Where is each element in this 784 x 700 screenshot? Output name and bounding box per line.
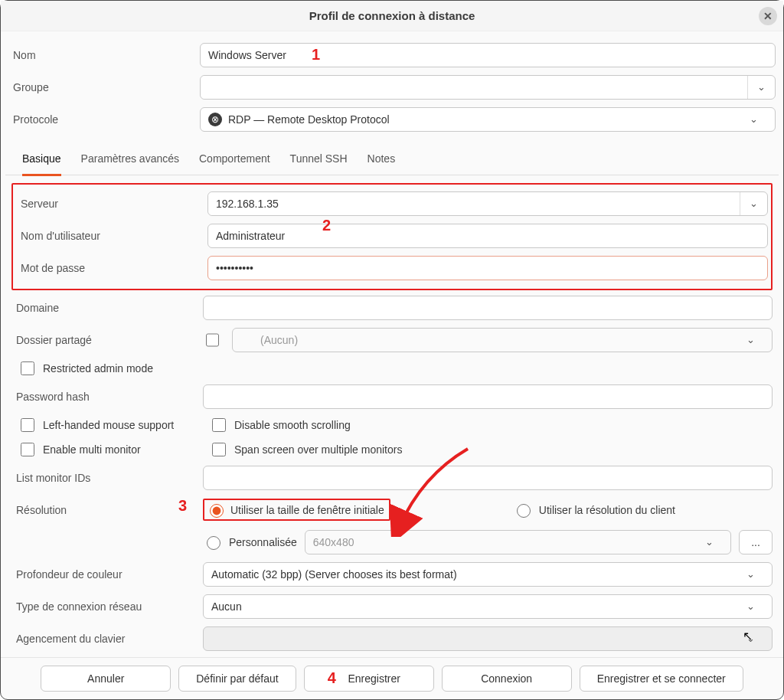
rdp-icon: ⊗ [208,113,222,126]
shared-folder-placeholder: (Aucun) [240,334,737,346]
chevron-down-icon[interactable]: ⌄ [695,531,723,554]
save-button[interactable]: 4 Enregistrer [304,666,434,692]
domain-label: Domaine [11,302,203,314]
footer: Annuler Définir par défaut 4 Enregistrer… [1,657,783,699]
shared-folder-checkbox[interactable] [206,333,219,347]
tab-parametres-avances[interactable]: Paramètres avancés [81,146,179,175]
server-combo[interactable]: ⌄ [207,191,768,216]
password-label: Mot de passe [16,262,207,274]
restricted-admin-label: Restricted admin mode [43,362,153,375]
tab-comportement[interactable]: Comportement [199,146,270,175]
tabbar: Basique Paramètres avancés Comportement … [5,139,779,175]
group-label: Groupe [8,81,200,93]
password-input[interactable] [207,256,768,280]
connect-button[interactable]: Connexion [442,666,572,692]
highlight-box-credentials: Serveur ⌄ 2 Nom d'utilisateur [11,183,773,290]
shared-folder-label: Dossier partagé [11,334,203,346]
cancel-button[interactable]: Annuler [41,666,171,692]
close-icon[interactable]: ✕ [759,7,777,25]
chevron-down-icon[interactable]: ⌄ [737,595,764,618]
protocol-select[interactable]: ⊗ RDP — Remote Desktop Protocol ⌄ [200,107,776,132]
resolution-custom-select[interactable]: 640x480 ⌄ [305,530,731,554]
color-depth-select[interactable]: Automatic (32 bpp) (Server chooses its b… [203,562,773,587]
color-depth-label: Profondeur de couleur [11,568,203,581]
group-input[interactable] [201,76,747,99]
enable-multi-label: Enable multi monitor [43,443,141,456]
span-monitors-checkbox[interactable] [212,443,226,456]
kb-layout-select[interactable]: ↖ ⌄ [203,626,773,651]
chevron-down-icon[interactable]: ⌄ [747,76,775,99]
resolution-radio-client[interactable] [517,504,531,518]
shared-folder-select[interactable]: (Aucun) ⌄ [232,328,773,352]
resolution-initial-label: Utiliser la taille de fenêtre initiale [230,504,384,516]
net-type-select[interactable]: Aucun ⌄ [203,594,773,619]
username-label: Nom d'utilisateur [16,230,207,242]
resolution-more-button[interactable]: ... [739,530,773,554]
username-input[interactable] [207,224,768,248]
resolution-client-label: Utiliser la résolution du client [539,504,675,516]
color-depth-value: Automatic (32 bpp) (Server chooses its b… [211,568,737,581]
restricted-admin-checkbox[interactable] [21,361,34,375]
chevron-down-icon[interactable]: ⌄ [740,108,767,131]
domain-input[interactable] [203,296,773,320]
window-title: Profil de connexion à distance [309,9,475,22]
net-type-value: Aucun [211,600,737,613]
set-default-button[interactable]: Définir par défaut [178,666,296,692]
server-input[interactable] [208,192,740,215]
resolution-custom-label: Personnalisée [229,536,297,548]
resolution-custom-value: 640x480 [313,536,695,548]
kb-layout-label: Agencement du clavier [11,633,203,645]
disable-smooth-label: Disable smooth scrolling [234,419,351,431]
chevron-down-icon[interactable]: ⌄ [740,192,767,215]
tab-basique[interactable]: Basique [22,146,61,176]
chevron-down-icon[interactable]: ⌄ [737,329,764,352]
resolution-label: Résolution [11,504,203,516]
monitor-ids-label: List monitor IDs [11,472,203,484]
callout-4: 4 [328,669,336,687]
protocol-label: Protocole [8,113,200,126]
titlebar: Profil de connexion à distance ✕ [1,1,783,31]
monitor-ids-input[interactable] [203,466,773,490]
disable-smooth-checkbox[interactable] [212,418,226,432]
resolution-radio-custom[interactable] [207,536,220,550]
net-type-label: Type de connexion réseau [11,600,203,613]
chevron-down-icon[interactable]: ⌄ [737,563,764,586]
left-handed-label: Left-handed mouse support [43,419,174,431]
password-hash-label: Password hash [11,391,203,403]
protocol-value: RDP — Remote Desktop Protocol [228,113,740,126]
tab-notes[interactable]: Notes [368,146,396,175]
left-handed-checkbox[interactable] [21,418,34,432]
name-label: Nom [8,49,200,61]
enable-multi-checkbox[interactable] [21,443,34,456]
save-and-connect-button[interactable]: Enregistrer et se connecter [580,666,743,692]
tab-tunnel-ssh[interactable]: Tunnel SSH [290,146,348,175]
name-input[interactable] [200,43,776,67]
resolution-radio-initial[interactable] [210,504,224,518]
span-monitors-label: Span screen over multiple monitors [234,443,402,456]
password-hash-input[interactable] [203,384,773,409]
highlight-box-resolution: Utiliser la taille de fenêtre initiale [203,499,390,521]
server-label: Serveur [16,198,207,210]
group-combo[interactable]: ⌄ [200,75,776,100]
chevron-down-icon[interactable]: ⌄ [737,627,764,650]
